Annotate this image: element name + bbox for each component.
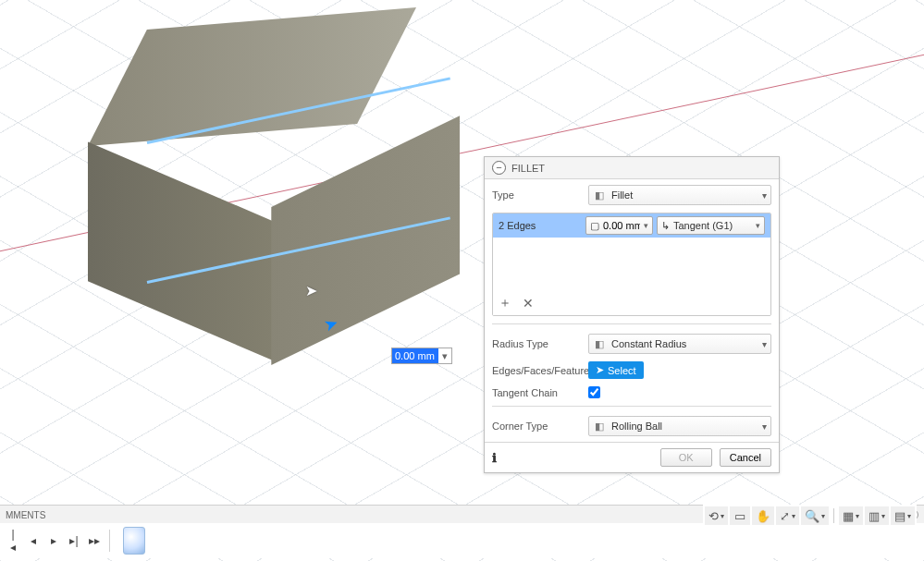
type-dropdown[interactable]: ◧ Fillet ▾ [588, 185, 771, 205]
dialog-title: FILLET [511, 163, 545, 174]
chevron-down-icon: ▾ [762, 421, 767, 432]
pan-button[interactable]: ✋ [752, 506, 774, 525]
dimension-input[interactable]: ▾ [391, 348, 452, 364]
dialog-header[interactable]: − FILLET [485, 157, 779, 179]
corner-type-dropdown[interactable]: ◧ Rolling Ball ▾ [588, 416, 771, 436]
selection-list: 2 Edges ▢ ▾ ↳ Tangent (G1) ▾ ＋ ✕ [492, 213, 771, 316]
face-front[interactable] [265, 97, 460, 365]
divider [492, 323, 771, 324]
select-label: Select [608, 365, 636, 376]
divider [833, 508, 834, 523]
selection-row[interactable]: 2 Edges ▢ ▾ ↳ Tangent (G1) ▾ [493, 213, 770, 238]
grid-settings-button[interactable]: ▥▾ [865, 506, 889, 525]
radius-type-dropdown[interactable]: ◧ Constant Radius ▾ [588, 334, 771, 354]
viewport-layout-button[interactable]: ▤▾ [891, 506, 915, 525]
info-icon[interactable]: ℹ [492, 451, 497, 465]
chevron-down-icon: ▾ [762, 339, 767, 349]
timeline-feature-sketch[interactable] [123, 527, 145, 555]
timeline: |◂ ◂ ▸ ▸| ▸▸ [0, 523, 924, 558]
corner-type-value: Rolling Ball [611, 421, 757, 432]
chevron-down-icon: ▾ [756, 221, 760, 230]
chevron-down-icon[interactable]: ▾ [644, 221, 648, 230]
label-corner-type: Corner Type [492, 421, 581, 432]
ok-button[interactable]: OK [660, 448, 712, 467]
radius-type-icon: ◧ [593, 337, 606, 350]
radius-input[interactable]: ▢ ▾ [585, 216, 653, 235]
row-type: Type ◧ Fillet ▾ [492, 185, 771, 205]
display-settings-button[interactable]: ▦▾ [839, 506, 863, 525]
selection-name: 2 Edges [499, 220, 582, 231]
row-corner-type: Corner Type ◧ Rolling Ball ▾ [492, 416, 771, 436]
type-value: Fillet [611, 189, 757, 201]
fillet-dialog[interactable]: − FILLET Type ◧ Fillet ▾ 2 Edges ▢ ▾ [484, 156, 780, 473]
dimension-dropdown-icon[interactable]: ▾ [438, 350, 451, 362]
cancel-button[interactable]: Cancel [720, 448, 771, 467]
fit-button[interactable]: 🔍▾ [801, 506, 829, 525]
model-box[interactable] [37, 0, 462, 370]
tangent-chain-checkbox[interactable] [588, 386, 600, 398]
dimension-field[interactable] [392, 348, 438, 363]
pointer-icon: ➤ [596, 364, 604, 376]
selection-blank-area[interactable] [493, 238, 770, 291]
timeline-next-button[interactable]: ▸| [65, 531, 83, 550]
radius-type-value: Constant Radius [611, 338, 757, 349]
comments-label: MMENTS [6, 510, 45, 520]
look-at-button[interactable]: ▭ [730, 506, 750, 525]
timeline-start-button[interactable]: |◂ [4, 531, 22, 550]
remove-selection-button[interactable]: ✕ [523, 296, 534, 311]
row-edges-faces: Edges/Faces/Features ➤ Select [492, 361, 771, 379]
face-left[interactable] [88, 120, 273, 360]
collapse-button[interactable]: − [492, 161, 506, 175]
dialog-footer: ℹ OK Cancel [485, 442, 779, 472]
chevron-down-icon: ▾ [762, 190, 767, 201]
timeline-play-button[interactable]: ▸ [44, 531, 63, 550]
face-top[interactable] [88, 7, 416, 146]
continuity-value: Tangent (G1) [673, 220, 733, 231]
viewport[interactable]: ➤ ➤ [0, 0, 924, 561]
label-edges-faces: Edges/Faces/Features [492, 365, 581, 376]
continuity-icon: ↳ [661, 220, 670, 232]
add-selection-button[interactable]: ＋ [499, 295, 511, 311]
timeline-end-button[interactable]: ▸▸ [85, 531, 104, 550]
row-radius-type: Radius Type ◧ Constant Radius ▾ [492, 334, 771, 354]
row-tangent-chain: Tangent Chain [492, 386, 771, 398]
corner-type-icon: ◧ [593, 420, 606, 433]
timeline-prev-button[interactable]: ◂ [24, 531, 43, 550]
divider [109, 530, 110, 552]
cursor-icon: ➤ [305, 282, 317, 299]
select-button[interactable]: ➤ Select [588, 361, 644, 379]
orbit-button[interactable]: ⟲▾ [705, 506, 728, 525]
fillet-icon: ◧ [593, 189, 606, 201]
divider [492, 406, 771, 407]
continuity-dropdown[interactable]: ↳ Tangent (G1) ▾ [657, 216, 765, 235]
label-type: Type [492, 189, 581, 201]
label-tangent-chain: Tangent Chain [492, 387, 581, 398]
view-toolbar: ⟲▾ ▭ ✋ ⤢▾ 🔍▾ ▦▾ ▥▾ ▤▾ [703, 505, 917, 527]
radius-field[interactable] [603, 220, 640, 231]
zoom-button[interactable]: ⤢▾ [776, 506, 799, 525]
cube-icon: ▢ [590, 220, 599, 232]
label-radius-type: Radius Type [492, 338, 581, 349]
